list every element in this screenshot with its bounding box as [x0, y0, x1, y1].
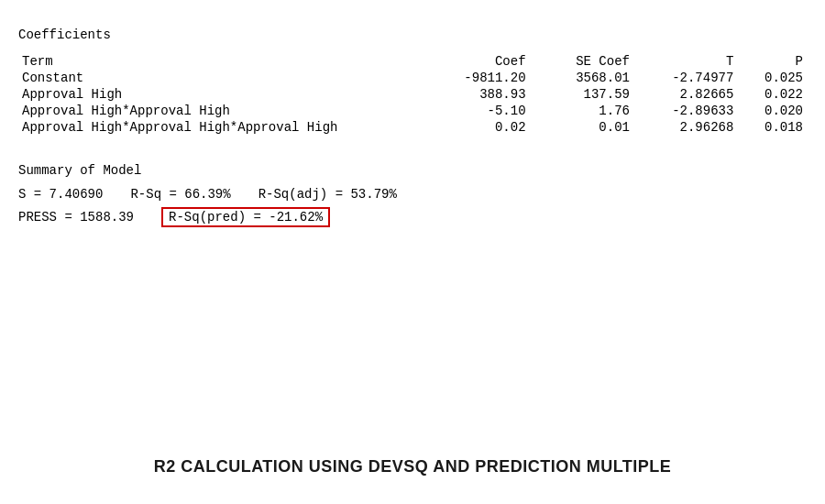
coefficients-title: Coefficients: [18, 27, 807, 42]
header-se-coef: SE Coef: [530, 53, 633, 70]
page-container: Coefficients Term Coef SE Coef T P Const…: [0, 0, 825, 504]
t-1: 2.82665: [633, 86, 737, 103]
header-t: T: [633, 53, 737, 70]
summary-row-1: S = 7.40690 R-Sq = 66.39% R-Sq(adj) = 53…: [18, 187, 807, 202]
rsq-adj-value: R-Sq(adj) = 53.79%: [258, 187, 397, 202]
summary-title: Summary of Model: [18, 163, 807, 178]
term-2: Approval High*Approval High: [18, 103, 425, 119]
p-0: 0.025: [737, 70, 807, 86]
table-header-row: Term Coef SE Coef T P: [18, 53, 807, 70]
term-1: Approval High: [18, 86, 425, 103]
term-0: Constant: [18, 70, 425, 86]
summary-section: Summary of Model S = 7.40690 R-Sq = 66.3…: [18, 163, 807, 227]
table-row: Approval High*Approval High*Approval Hig…: [18, 119, 807, 136]
p-3: 0.018: [737, 119, 807, 136]
term-3: Approval High*Approval High*Approval Hig…: [18, 119, 425, 136]
p-2: 0.020: [737, 103, 807, 119]
header-p: P: [737, 53, 807, 70]
rsq-pred-highlighted: R-Sq(pred) = -21.62%: [161, 207, 330, 227]
rsq-value: R-Sq = 66.39%: [130, 187, 230, 202]
coef-0: -9811.20: [425, 70, 529, 86]
se-coef-1: 137.59: [530, 86, 633, 103]
se-coef-2: 1.76: [530, 103, 633, 119]
bottom-title: R2 Calculation Using DEVSQ and Predictio…: [18, 457, 807, 477]
header-coef: Coef: [425, 53, 529, 70]
t-3: 2.96268: [633, 119, 737, 136]
table-row: Constant -9811.20 3568.01 -2.74977 0.025: [18, 70, 807, 86]
coef-3: 0.02: [425, 119, 529, 136]
table-row: Approval High 388.93 137.59 2.82665 0.02…: [18, 86, 807, 103]
t-2: -2.89633: [633, 103, 737, 119]
coefficients-table: Term Coef SE Coef T P Constant -9811.20 …: [18, 53, 807, 136]
coef-2: -5.10: [425, 103, 529, 119]
p-1: 0.022: [737, 86, 807, 103]
s-value: S = 7.40690: [18, 187, 103, 202]
header-term: Term: [18, 53, 425, 70]
press-value: PRESS = 1588.39: [18, 210, 134, 225]
t-0: -2.74977: [633, 70, 737, 86]
table-row: Approval High*Approval High -5.10 1.76 -…: [18, 103, 807, 119]
summary-row-2: PRESS = 1588.39 R-Sq(pred) = -21.62%: [18, 207, 807, 227]
coef-1: 388.93: [425, 86, 529, 103]
se-coef-3: 0.01: [530, 119, 633, 136]
rsq-pred-value: R-Sq(pred) = -21.62%: [169, 210, 323, 225]
se-coef-0: 3568.01: [530, 70, 633, 86]
